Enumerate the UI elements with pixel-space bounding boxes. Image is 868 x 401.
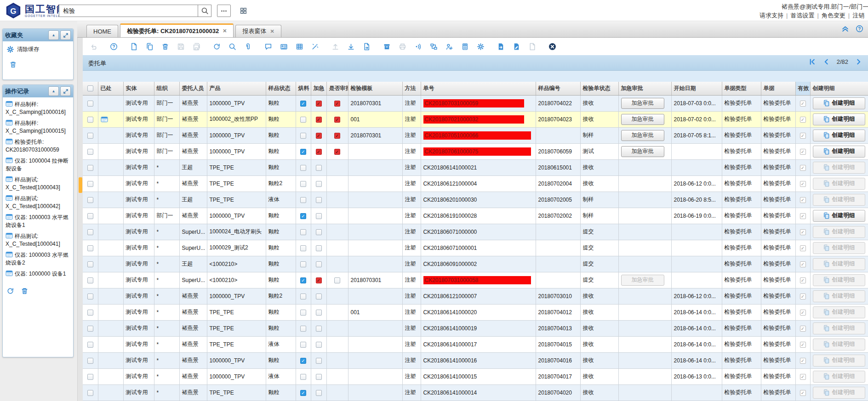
history-item[interactable]: 样品制样: X_C_Samping[1000016] bbox=[6, 101, 70, 116]
dry-material-checkbox[interactable] bbox=[300, 294, 306, 299]
row-select-checkbox[interactable] bbox=[87, 390, 93, 396]
create-detail-button[interactable]: 创建明细 bbox=[813, 210, 865, 222]
urgent-checkbox[interactable] bbox=[316, 261, 322, 267]
favorite-item-clear-cache[interactable]: 清除缓存 bbox=[6, 45, 69, 53]
attachment-icon[interactable] bbox=[243, 41, 253, 51]
history-item[interactable]: 样品制样: X_C_Samping[1000015] bbox=[6, 119, 70, 135]
table-row[interactable]: 测试专用部门一褚燕景1000000_TPV颗粒✓注塑CK201806191000… bbox=[83, 208, 868, 224]
row-select-checkbox[interactable] bbox=[87, 358, 93, 364]
column-header[interactable]: 有效 bbox=[795, 82, 810, 95]
dry-material-checkbox[interactable] bbox=[300, 326, 306, 332]
column-header[interactable]: 检验模板 bbox=[348, 82, 402, 95]
table-row[interactable]: 测试专用*褚燕景TPE_TPE颗粒2注塑CK201806121000004201… bbox=[83, 175, 868, 192]
link-change-role[interactable]: 角色变更 bbox=[822, 12, 845, 19]
select-all-header[interactable] bbox=[83, 82, 98, 95]
dry-material-checkbox[interactable] bbox=[300, 133, 306, 139]
column-header[interactable]: 开始日期 bbox=[671, 82, 722, 95]
table-row[interactable]: 测试专用*SuperU...1000029_测试2颗粒注塑CK201806071… bbox=[83, 240, 868, 256]
dry-material-checkbox[interactable] bbox=[300, 197, 306, 203]
column-header[interactable]: 方法 bbox=[402, 82, 421, 95]
row-select-checkbox[interactable] bbox=[87, 229, 93, 235]
magic-wand-icon[interactable] bbox=[310, 41, 320, 51]
urgent-checkbox[interactable] bbox=[316, 229, 322, 235]
urgent-approve-button[interactable]: 加急审批 bbox=[621, 98, 664, 109]
table-row[interactable]: 测试专用*褚燕景TPE_TPE颗粒✓注塑CK201806141000014201… bbox=[83, 384, 868, 401]
dry-material-checkbox[interactable]: ✓ bbox=[300, 149, 306, 155]
dry-material-checkbox[interactable]: ✓ bbox=[300, 358, 306, 364]
row-select-checkbox[interactable] bbox=[87, 181, 93, 187]
archive-box-icon[interactable] bbox=[382, 41, 392, 51]
urgent-checkbox[interactable] bbox=[316, 197, 322, 203]
settings-gear-icon[interactable] bbox=[475, 41, 485, 51]
table-row[interactable]: 测试专用部门一褚燕景1000000_TPV颗粒✓✓2018070301注塑CK2… bbox=[83, 127, 868, 143]
row-select-checkbox[interactable] bbox=[87, 294, 93, 299]
table-row[interactable]: 测试专用*褚燕景1000000_TPV颗粒2注塑CK20180612100000… bbox=[83, 288, 868, 304]
dry-material-checkbox[interactable] bbox=[300, 165, 306, 171]
form-card-icon[interactable] bbox=[279, 41, 289, 51]
link-logout[interactable]: 注销 bbox=[852, 12, 864, 19]
row-select-checkbox[interactable] bbox=[87, 277, 93, 283]
create-detail-button[interactable]: 创建明细 bbox=[813, 97, 865, 109]
copy-icon[interactable] bbox=[144, 41, 154, 51]
approve-checkbox[interactable]: ✓ bbox=[334, 149, 340, 155]
row-select-checkbox[interactable] bbox=[87, 326, 93, 332]
column-header[interactable]: 烘料 bbox=[296, 82, 311, 95]
table-row[interactable]: 测试专用部门一褚燕景1000002_改性黑PP颗粒✓✓001注塑CK201807… bbox=[83, 111, 868, 127]
row-select-checkbox[interactable] bbox=[87, 165, 93, 171]
calculator-icon[interactable] bbox=[460, 41, 470, 51]
approve-checkbox[interactable] bbox=[334, 277, 340, 283]
download-icon[interactable] bbox=[346, 41, 356, 51]
table-row[interactable]: 测试专用*褚燕景TPE_TPE液体注塑CK2018061410000172018… bbox=[83, 336, 868, 352]
column-header[interactable]: 样品状态 bbox=[266, 82, 296, 95]
new-document-icon[interactable] bbox=[129, 41, 139, 51]
previous-page-icon[interactable] bbox=[822, 58, 830, 66]
dry-material-checkbox[interactable] bbox=[300, 229, 306, 235]
help-icon[interactable] bbox=[108, 41, 119, 51]
column-header[interactable]: 加急 bbox=[311, 82, 326, 95]
urgent-checkbox[interactable]: ✓ bbox=[316, 101, 322, 107]
add-contact-icon[interactable] bbox=[444, 41, 454, 51]
trash-icon[interactable] bbox=[21, 287, 29, 295]
column-header[interactable]: 已处 bbox=[98, 82, 123, 95]
urgent-checkbox[interactable] bbox=[316, 342, 322, 348]
column-header[interactable]: 单据 bbox=[761, 82, 795, 95]
dry-material-checkbox[interactable]: ✓ bbox=[300, 213, 306, 219]
table-row[interactable]: 测试专用*褚燕景1000000_TPV液体注塑CK201806141000015… bbox=[83, 368, 868, 384]
select-all-checkbox[interactable] bbox=[87, 85, 93, 91]
urgent-checkbox[interactable]: ✓ bbox=[316, 117, 322, 123]
urgent-checkbox[interactable] bbox=[316, 213, 322, 219]
help-icon[interactable] bbox=[856, 25, 863, 33]
dry-material-checkbox[interactable]: ✓ bbox=[300, 277, 306, 283]
tab-report-window[interactable]: 报表窗体✕ bbox=[235, 25, 281, 37]
column-header[interactable]: 检验单状态 bbox=[580, 82, 618, 95]
splitter-handle[interactable] bbox=[79, 177, 82, 193]
close-tab-icon[interactable]: ✕ bbox=[223, 28, 227, 34]
refresh-icon[interactable] bbox=[6, 287, 14, 295]
urgent-checkbox[interactable] bbox=[316, 165, 322, 171]
urgent-checkbox[interactable]: ✓ bbox=[316, 149, 322, 155]
row-select-checkbox[interactable] bbox=[87, 101, 93, 107]
history-item[interactable]: 样品测试: X_C_Tested[1000043] bbox=[6, 176, 70, 192]
dry-material-checkbox[interactable] bbox=[300, 310, 306, 316]
urgent-checkbox[interactable] bbox=[316, 245, 322, 251]
dry-material-checkbox[interactable] bbox=[300, 117, 306, 123]
comment-icon[interactable] bbox=[263, 41, 273, 51]
approve-checkbox[interactable]: ✓ bbox=[334, 133, 340, 139]
broadcast-icon[interactable] bbox=[413, 41, 423, 51]
urgent-checkbox[interactable] bbox=[316, 374, 322, 380]
link-preferences[interactable]: 首选设置 bbox=[790, 12, 814, 19]
table-row[interactable]: 测试专用*SuperU...<1000210>颗粒✓✓2018070301注塑C… bbox=[83, 272, 868, 288]
row-select-checkbox[interactable] bbox=[87, 133, 93, 139]
column-header[interactable]: 是否审批 bbox=[326, 82, 348, 95]
column-header[interactable]: 产品 bbox=[207, 82, 266, 95]
row-select-checkbox[interactable] bbox=[87, 213, 93, 219]
apps-grid-button[interactable] bbox=[236, 5, 250, 17]
approve-checkbox[interactable]: ✓ bbox=[334, 117, 340, 123]
document-edit-icon[interactable] bbox=[511, 41, 521, 51]
dry-material-checkbox[interactable]: ✓ bbox=[300, 101, 306, 107]
urgent-checkbox[interactable] bbox=[316, 181, 322, 187]
export-document-icon[interactable] bbox=[361, 41, 371, 51]
table-row[interactable]: 测试专用部门一褚燕景1000000_TPV颗粒✓✓✓2018070301注塑CK… bbox=[83, 95, 868, 111]
row-select-checkbox[interactable] bbox=[87, 197, 93, 203]
urgent-approve-button[interactable]: 加急审批 bbox=[621, 130, 664, 141]
